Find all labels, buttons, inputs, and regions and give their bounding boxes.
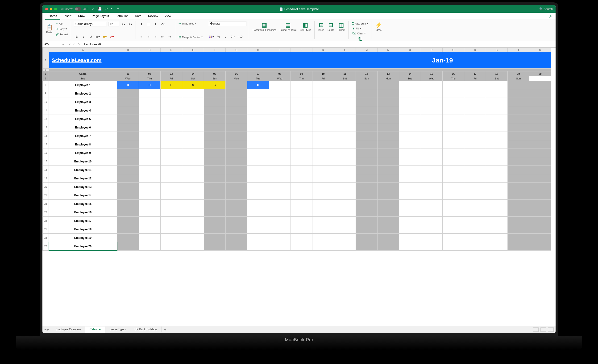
day-cell[interactable]: S [204,81,226,89]
day-cell[interactable] [334,140,356,149]
clear-button[interactable]: ⌫Clear ▾ [351,31,369,36]
day-cell[interactable] [529,140,551,149]
day-cell[interactable] [443,149,464,157]
day-cell[interactable] [182,191,204,200]
day-cell[interactable] [464,208,486,217]
employee-name-cell[interactable]: Employee 15 [49,200,117,208]
day-cell[interactable] [399,98,421,106]
day-cell[interactable] [443,166,464,174]
sheet-tab-uk-bank-holidays[interactable]: UK Bank Holidays [130,327,162,332]
day-cell[interactable] [117,123,139,132]
day-cell[interactable] [312,98,334,106]
day-cell[interactable] [291,123,312,132]
font-family-select[interactable] [74,22,107,26]
day-cell[interactable] [226,183,247,191]
enter-icon[interactable]: ✓ [73,43,75,46]
day-cell[interactable] [269,81,291,89]
day-cell[interactable] [421,98,443,106]
day-cell[interactable] [291,208,312,217]
day-cell[interactable] [356,242,378,251]
day-cell[interactable] [443,140,464,149]
day-cell[interactable] [529,89,551,98]
day-cell[interactable] [378,208,399,217]
day-cell[interactable] [226,132,247,140]
day-cell[interactable] [356,208,378,217]
day-cell[interactable] [508,183,529,191]
day-cell[interactable]: H [247,81,269,89]
day-cell[interactable] [247,217,269,225]
day-header-11[interactable]: Sat [334,76,356,81]
day-cell[interactable] [117,183,139,191]
day-cell[interactable] [356,140,378,149]
day-cell[interactable] [464,149,486,157]
day-cell[interactable] [443,89,464,98]
day-cell[interactable] [291,115,312,123]
day-cell[interactable] [508,89,529,98]
date-header-02[interactable]: 02 [139,71,161,76]
day-cell[interactable] [356,149,378,157]
day-cell[interactable] [312,89,334,98]
row-header-7[interactable]: 7 [43,76,49,81]
day-cell[interactable] [182,217,204,225]
col-header-D[interactable]: D [161,48,182,52]
day-cell[interactable] [291,174,312,183]
day-cell[interactable] [312,149,334,157]
day-cell[interactable] [161,242,182,251]
date-header-12[interactable]: 12 [356,71,378,76]
day-cell[interactable] [139,200,161,208]
col-header-P[interactable]: P [421,48,443,52]
day-cell[interactable] [508,200,529,208]
day-cell[interactable] [291,242,312,251]
day-header-10[interactable]: Fri [312,76,334,81]
day-header-8[interactable]: Wed [269,76,291,81]
day-cell[interactable] [529,183,551,191]
day-cell[interactable] [182,166,204,174]
day-cell[interactable] [312,106,334,115]
day-cell[interactable] [356,89,378,98]
day-cell[interactable] [508,149,529,157]
day-cell[interactable] [269,166,291,174]
day-cell[interactable] [161,183,182,191]
day-cell[interactable] [291,166,312,174]
date-header-03[interactable]: 03 [161,71,182,76]
day-cell[interactable]: H [117,81,139,89]
date-header-14[interactable]: 14 [399,71,421,76]
day-cell[interactable] [356,174,378,183]
day-cell[interactable] [529,208,551,217]
employee-name-cell[interactable]: Employee 20 [49,242,117,251]
day-cell[interactable] [269,106,291,115]
day-cell[interactable] [421,217,443,225]
align-middle-icon[interactable]: ☰ [146,21,151,27]
day-cell[interactable] [421,225,443,234]
day-cell[interactable] [161,157,182,166]
day-cell[interactable] [486,132,508,140]
day-cell[interactable] [182,208,204,217]
formula-input[interactable]: Employee 20 [82,43,556,46]
day-cell[interactable] [247,157,269,166]
align-top-icon[interactable]: ⬆ [139,21,144,27]
day-cell[interactable] [269,242,291,251]
day-cell[interactable] [486,234,508,242]
name-box-stepper[interactable]: ▴▾ [62,43,64,46]
day-cell[interactable] [486,208,508,217]
day-cell[interactable] [269,217,291,225]
day-cell[interactable] [399,183,421,191]
day-cell[interactable] [529,234,551,242]
employee-name-cell[interactable]: Employee 4 [49,106,117,115]
day-header-16[interactable]: Thu [443,76,464,81]
day-cell[interactable] [378,217,399,225]
day-cell[interactable] [291,225,312,234]
day-cell[interactable] [182,123,204,132]
spreadsheet-grid[interactable]: ABCDEFGHIJKLMNOPQRSTU1ScheduleLeave.comJ… [42,48,556,326]
day-cell[interactable] [529,157,551,166]
day-cell[interactable] [204,98,226,106]
border-button[interactable]: ▦▾ [95,34,101,39]
search-box[interactable]: 🔍 Search [539,7,553,11]
day-cell[interactable] [139,217,161,225]
day-cell[interactable] [139,98,161,106]
day-header-7[interactable]: Tue [247,76,269,81]
employee-name-cell[interactable]: Employee 2 [49,89,117,98]
day-cell[interactable] [486,225,508,234]
day-cell[interactable] [399,106,421,115]
row-header-12[interactable]: 12 [43,115,49,123]
